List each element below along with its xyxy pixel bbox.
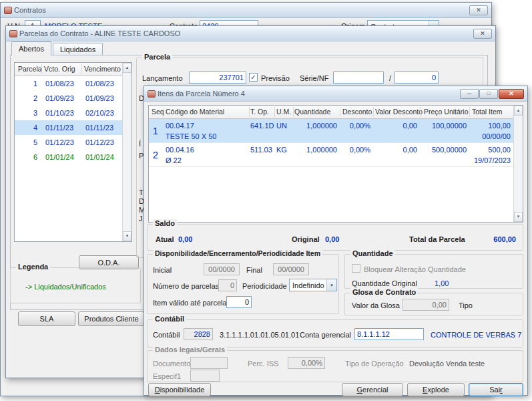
cell-descricao: TESTE 50 X 50 <box>166 132 216 140</box>
conta-gerencial-desc: CONTROLE DE VERBAS 7 <box>431 331 521 339</box>
saldo-title: Saldo <box>153 219 177 227</box>
column-header-parcela[interactable]: Parcela <box>18 65 42 73</box>
contratos-window-title: Contratos <box>14 6 46 14</box>
cell-venc: 01/11/23 <box>85 120 113 135</box>
column-header-quantidade[interactable]: Quantidade <box>294 108 330 116</box>
parcela-row-selected[interactable]: 4 01/11/23 01/11/23 <box>15 120 123 135</box>
glosa-tipo-label: Tipo <box>459 301 473 309</box>
lancamento-field[interactable]: 237701 <box>189 72 246 84</box>
valor-glosa-label: Valor da Glosa <box>352 301 400 309</box>
dados-legais-group: Dados legais/Gerais Documento Perc. ISS … <box>147 350 523 382</box>
tipo-operacao-label: Tipo de Operação <box>345 360 404 368</box>
column-header-valor-desconto[interactable]: Valor Desconto <box>375 108 423 116</box>
cell-venc: 01/09/23 <box>85 91 114 106</box>
conta-gerencial-field[interactable]: 8.1.1.1.12 <box>354 328 424 340</box>
cell-quantidade: 1,000000 <box>292 146 337 154</box>
parcela-row[interactable]: 2 01/09/23 01/09/23 <box>15 91 123 106</box>
cell-venc: 01/01/24 <box>85 150 114 164</box>
itens-grid-scrollbar[interactable]: ▲ ▼ <box>513 106 523 222</box>
header-separator <box>340 107 340 117</box>
cell-vcto: 01/10/23 <box>45 106 74 120</box>
column-header-vcto-orig[interactable]: Vcto. Orig <box>44 65 75 73</box>
scroll-down-icon[interactable]: ▼ <box>123 231 131 241</box>
nf-field[interactable]: 0 <box>394 72 439 84</box>
disponibilidade-button[interactable]: Disponibilidade <box>148 383 211 396</box>
parcelas-grid-scrollbar[interactable]: ▲ ▼ <box>122 63 131 241</box>
documento-field <box>190 357 228 369</box>
parcelas-titlebar[interactable]: Parcelas do Contrato - ALINE TESTE CARDO… <box>6 26 495 41</box>
cell-um: KG <box>276 146 287 154</box>
cell-parcela: 1 <box>16 76 37 91</box>
maximize-icon[interactable]: □ <box>479 89 498 99</box>
item-row[interactable]: 2 00.04.16 511.03 KG 1,000000 0,00% 0,00… <box>149 143 515 167</box>
contratos-titlebar[interactable]: Contratos ✕ <box>1 3 491 18</box>
cell-quantidade: 1,000000 <box>292 122 337 130</box>
column-header-desconto[interactable]: Desconto <box>342 108 372 116</box>
scroll-up-icon[interactable]: ▲ <box>123 63 131 73</box>
column-header-codigo[interactable]: Código do Material <box>166 108 224 116</box>
tab-liquidados[interactable]: Liquidados <box>53 43 103 55</box>
total-parcela-value: 600,00 <box>481 235 516 243</box>
cell-data: 19/07/2023 <box>429 156 511 164</box>
scroll-down-icon[interactable]: ▼ <box>514 212 523 222</box>
numero-parcelas-field: 0 <box>218 279 237 291</box>
header-separator <box>81 64 82 74</box>
column-header-preco-unitario[interactable]: Preço Unitário <box>424 108 469 116</box>
form-icon <box>148 90 156 98</box>
periodicidade-combobox[interactable]: Indefinido ▼ <box>289 279 337 291</box>
cell-parcela: 5 <box>16 135 37 150</box>
close-icon[interactable]: ✕ <box>469 5 488 15</box>
column-header-seq[interactable]: Seq <box>152 108 164 116</box>
produtos-cliente-button[interactable]: Produtos Cliente <box>78 311 145 326</box>
parcela-row[interactable]: 1 01/08/23 01/08/23 <box>15 76 123 91</box>
tab-abertos[interactable]: Abertos <box>11 41 51 55</box>
valor-glosa-field: 0,00 <box>403 299 449 311</box>
column-header-total-item[interactable]: Total Item <box>472 108 503 116</box>
serie-field[interactable] <box>333 72 384 84</box>
glosa-group: Glosa de Contrato Valor da Glosa 0,00 Ti… <box>344 293 523 315</box>
parcela-row[interactable]: 3 01/10/23 02/10/23 <box>15 106 123 120</box>
sla-button[interactable]: SLA <box>18 311 75 326</box>
parcela-row[interactable]: 5 01/12/23 01/12/23 <box>15 135 123 150</box>
bloquear-checkbox <box>352 264 360 273</box>
serie-nf-label: Série/NF <box>300 74 328 82</box>
perc-iss-label: Perc. ISS <box>248 360 278 368</box>
cell-total-item: 500,00 <box>469 146 511 154</box>
itens-titlebar[interactable]: Itens da Parcela Número 4 ─ □ ✕ <box>144 86 527 102</box>
original-label: Original <box>292 235 320 243</box>
item-valido-field[interactable]: 0 <box>226 296 252 308</box>
cell-parcela: 4 <box>16 120 37 135</box>
disponibilidade-group-title: Disponibilidade/Encerramento/Periodicida… <box>153 249 322 257</box>
minimize-icon[interactable]: ─ <box>460 89 479 99</box>
quantidade-group-title: Quantidade <box>350 249 395 257</box>
explode-button[interactable]: Explode <box>407 383 465 396</box>
cell-vcto: 01/08/23 <box>45 76 74 91</box>
cell-valor-desconto: 0,00 <box>374 122 417 130</box>
column-header-top[interactable]: T. Op. <box>250 108 269 116</box>
cell-seq: 2 <box>149 143 162 167</box>
previsao-checkbox[interactable]: ✓ <box>249 73 258 82</box>
contabil-group-title: Contábil <box>153 315 186 323</box>
cell-parcela: 2 <box>16 91 37 106</box>
total-parcela-label: Total da Parcela <box>409 235 465 243</box>
legenda-title: Legenda <box>16 263 50 271</box>
form-icon <box>9 30 17 37</box>
clipped-label-fragment: J <box>139 215 143 223</box>
tipo-operacao-value: Devolução Venda teste <box>409 360 485 368</box>
close-icon[interactable]: ✕ <box>499 89 524 99</box>
itens-window-title: Itens da Parcela Número 4 <box>158 90 245 98</box>
cell-data: 00/00/00 <box>429 132 511 140</box>
cell-preco-unitario: 100,00000 <box>421 122 467 130</box>
final-label: Final <box>246 266 262 274</box>
item-row-selected[interactable]: 1 00.04.17 641.1D UN 1,000000 0,00% 0,00… <box>149 119 515 143</box>
column-header-um[interactable]: U.M. <box>276 108 291 116</box>
column-header-vencimento[interactable]: Vencimento <box>84 65 121 73</box>
itens-window: Itens da Parcela Número 4 ─ □ ✕ Seq Códi… <box>144 86 528 396</box>
parcela-row[interactable]: 6 01/01/24 01/01/24 <box>15 150 123 164</box>
cell-venc: 02/10/23 <box>85 106 114 120</box>
gerencial-button[interactable]: Gerencial <box>342 383 403 396</box>
sair-button[interactable]: Sair <box>469 383 523 396</box>
scroll-up-icon[interactable]: ▲ <box>514 106 523 116</box>
close-icon[interactable]: ✕ <box>473 29 492 39</box>
numero-parcelas-label: Número de parcelas <box>153 282 219 290</box>
